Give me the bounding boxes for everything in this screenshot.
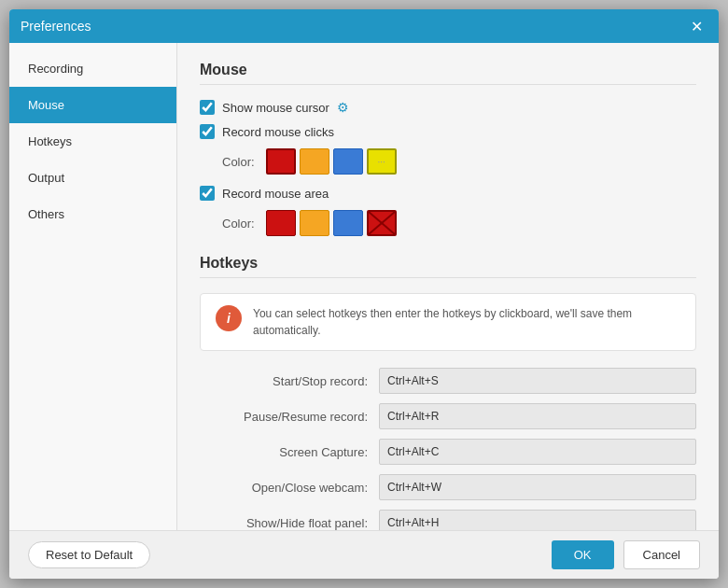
clicks-color-label: Color: [222,155,255,169]
area-color-label: Color: [222,217,255,231]
hotkey-input-webcam[interactable] [379,474,696,500]
sidebar-item-output[interactable]: Output [9,160,176,196]
hotkey-label-float-panel: Show/Hide float panel: [200,516,368,530]
clicks-color-1[interactable] [266,148,296,175]
dialog-title: Preferences [21,19,91,34]
info-box: i You can select hotkeys then enter the … [200,293,696,351]
hotkey-row-start-stop: Start/Stop record: [200,368,696,394]
area-color-2[interactable] [300,210,329,236]
footer: Reset to Default OK Cancel [9,530,719,579]
area-color-1[interactable] [266,210,296,236]
clicks-color-4[interactable]: ··· [367,148,397,175]
main-content: Mouse Show mouse cursor ⚙ Record mouse c… [177,43,719,530]
sidebar-item-hotkeys[interactable]: Hotkeys [9,123,176,160]
info-text: You can select hotkeys then enter the ho… [253,305,680,339]
clicks-color-row: Color: ··· [222,148,696,175]
hotkey-row-float-panel: Show/Hide float panel: [200,510,696,530]
sidebar: Recording Mouse Hotkeys Output Others [9,43,177,530]
hotkey-row-pause-resume: Pause/Resume record: [200,403,696,429]
preferences-dialog: Preferences ✕ Recording Mouse Hotkeys Ou… [9,9,719,579]
clicks-color-2[interactable] [300,148,329,175]
record-clicks-checkbox[interactable] [200,124,215,139]
close-button[interactable]: ✕ [685,15,707,37]
show-cursor-checkbox[interactable] [200,100,215,115]
record-area-row: Record mouse area [200,186,696,201]
sidebar-item-recording[interactable]: Recording [9,50,176,87]
record-clicks-label: Record mouse clicks [222,125,334,139]
record-area-label: Record mouse area [222,187,329,201]
mouse-section-title: Mouse [200,62,696,85]
footer-actions: OK Cancel [552,540,700,569]
gear-icon[interactable]: ⚙ [337,100,349,115]
show-cursor-label: Show mouse cursor [222,101,329,115]
show-cursor-row: Show mouse cursor ⚙ [200,100,696,115]
ok-button[interactable]: OK [552,540,614,569]
hotkey-input-start-stop[interactable] [379,368,696,394]
hotkeys-section-title: Hotkeys [200,255,696,278]
area-color-row: Color: [222,210,696,236]
record-area-checkbox[interactable] [200,186,215,201]
record-clicks-row: Record mouse clicks [200,124,696,139]
hotkey-input-screen-capture[interactable] [379,439,696,465]
hotkeys-section: Hotkeys i You can select hotkeys then en… [200,255,696,530]
mouse-section: Mouse Show mouse cursor ⚙ Record mouse c… [200,62,696,236]
hotkey-label-screen-capture: Screen Capture: [200,445,368,459]
area-color-3[interactable] [333,210,363,236]
info-icon: i [216,305,242,331]
sidebar-item-mouse[interactable]: Mouse [9,87,176,123]
clicks-color-3[interactable] [333,148,363,175]
hotkey-input-pause-resume[interactable] [379,403,696,429]
cancel-button[interactable]: Cancel [623,540,700,569]
hotkey-label-webcam: Open/Close webcam: [200,481,368,495]
titlebar: Preferences ✕ [9,9,719,43]
dialog-content: Recording Mouse Hotkeys Output Others Mo… [9,43,719,530]
sidebar-item-others[interactable]: Others [9,196,176,232]
hotkey-label-pause-resume: Pause/Resume record: [200,410,368,424]
reset-button[interactable]: Reset to Default [28,541,150,568]
hotkey-row-screen-capture: Screen Capture: [200,439,696,465]
area-color-4[interactable] [367,210,397,236]
hotkey-input-float-panel[interactable] [379,510,696,530]
hotkey-label-start-stop: Start/Stop record: [200,374,368,388]
hotkey-row-webcam: Open/Close webcam: [200,474,696,500]
